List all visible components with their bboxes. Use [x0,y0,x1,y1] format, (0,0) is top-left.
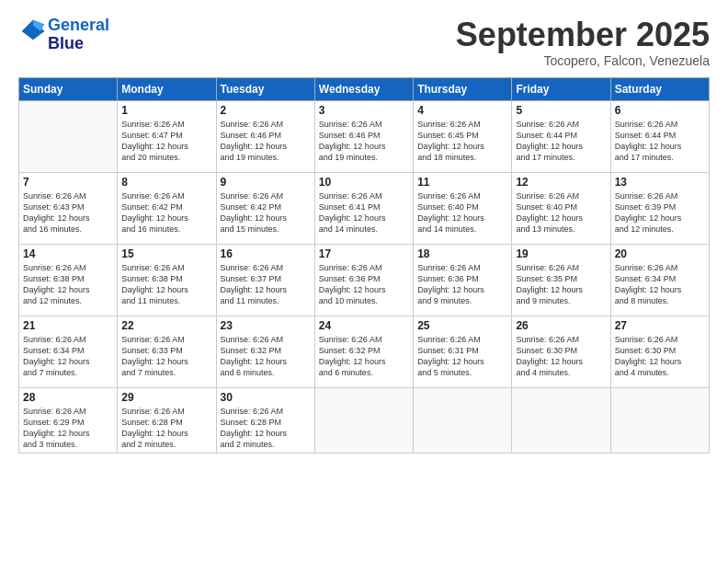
calendar-cell: 9Sunrise: 6:26 AM Sunset: 6:42 PM Daylig… [216,172,314,244]
calendar-cell: 4Sunrise: 6:26 AM Sunset: 6:45 PM Daylig… [414,100,512,172]
day-info: Sunrise: 6:26 AM Sunset: 6:30 PM Dayligh… [516,334,606,379]
calendar-cell: 30Sunrise: 6:26 AM Sunset: 6:28 PM Dayli… [216,387,314,454]
day-info: Sunrise: 6:26 AM Sunset: 6:47 PM Dayligh… [121,119,211,164]
weekday-header-tuesday: Tuesday [216,77,314,100]
calendar-cell: 3Sunrise: 6:26 AM Sunset: 6:46 PM Daylig… [314,100,413,172]
day-number: 1 [121,104,211,117]
calendar-cell: 20Sunrise: 6:26 AM Sunset: 6:34 PM Dayli… [610,244,709,316]
day-number: 5 [516,104,606,117]
logo: General Blue [18,17,109,53]
calendar-cell: 17Sunrise: 6:26 AM Sunset: 6:36 PM Dayli… [314,244,413,316]
calendar-cell [610,387,709,454]
calendar-cell: 22Sunrise: 6:26 AM Sunset: 6:33 PM Dayli… [118,316,216,387]
calendar-cell: 16Sunrise: 6:26 AM Sunset: 6:37 PM Dayli… [216,244,314,316]
calendar-cell: 6Sunrise: 6:26 AM Sunset: 6:44 PM Daylig… [610,100,709,172]
calendar-cell: 14Sunrise: 6:26 AM Sunset: 6:38 PM Dayli… [19,244,118,316]
calendar-cell: 12Sunrise: 6:26 AM Sunset: 6:40 PM Dayli… [512,172,610,244]
day-number: 8 [121,176,211,189]
calendar-cell: 13Sunrise: 6:26 AM Sunset: 6:39 PM Dayli… [610,172,709,244]
day-info: Sunrise: 6:26 AM Sunset: 6:37 PM Dayligh… [221,262,311,307]
day-number: 13 [615,176,705,189]
calendar-cell: 2Sunrise: 6:26 AM Sunset: 6:46 PM Daylig… [216,100,314,172]
day-number: 11 [417,176,507,189]
day-number: 26 [516,319,606,332]
calendar-cell: 18Sunrise: 6:26 AM Sunset: 6:36 PM Dayli… [414,244,512,316]
calendar-cell: 26Sunrise: 6:26 AM Sunset: 6:30 PM Dayli… [512,316,610,387]
day-number: 30 [221,391,311,404]
day-number: 24 [319,319,409,332]
day-info: Sunrise: 6:26 AM Sunset: 6:38 PM Dayligh… [23,262,113,307]
day-info: Sunrise: 6:26 AM Sunset: 6:45 PM Dayligh… [417,119,507,164]
calendar-cell: 11Sunrise: 6:26 AM Sunset: 6:40 PM Dayli… [414,172,512,244]
calendar-cell: 25Sunrise: 6:26 AM Sunset: 6:31 PM Dayli… [414,316,512,387]
day-number: 15 [121,247,211,260]
month-title: September 2025 [456,17,710,53]
day-info: Sunrise: 6:26 AM Sunset: 6:34 PM Dayligh… [23,334,113,379]
calendar-cell [19,100,118,172]
logo-icon [20,18,46,44]
day-number: 6 [615,104,705,117]
day-number: 21 [23,319,113,332]
day-number: 7 [23,176,113,189]
day-number: 9 [221,176,311,189]
day-number: 29 [121,391,211,404]
day-number: 25 [417,319,507,332]
day-number: 20 [615,247,705,260]
logo-general: General [48,17,109,35]
day-number: 27 [615,319,705,332]
day-info: Sunrise: 6:26 AM Sunset: 6:32 PM Dayligh… [221,334,311,379]
day-info: Sunrise: 6:26 AM Sunset: 6:28 PM Dayligh… [221,406,311,451]
calendar-cell: 8Sunrise: 6:26 AM Sunset: 6:42 PM Daylig… [118,172,216,244]
weekday-header-saturday: Saturday [610,77,709,100]
day-info: Sunrise: 6:26 AM Sunset: 6:36 PM Dayligh… [319,262,409,307]
day-number: 23 [221,319,311,332]
calendar-cell: 10Sunrise: 6:26 AM Sunset: 6:41 PM Dayli… [314,172,413,244]
page: General Blue September 2025 Tocopero, Fa… [0,0,728,463]
calendar-cell [414,387,512,454]
day-info: Sunrise: 6:26 AM Sunset: 6:40 PM Dayligh… [516,190,606,236]
weekday-header-monday: Monday [118,77,216,100]
day-info: Sunrise: 6:26 AM Sunset: 6:44 PM Dayligh… [615,119,705,164]
day-number: 2 [221,104,311,117]
day-info: Sunrise: 6:26 AM Sunset: 6:33 PM Dayligh… [121,334,211,379]
calendar-cell: 28Sunrise: 6:26 AM Sunset: 6:29 PM Dayli… [19,387,118,454]
calendar-cell: 15Sunrise: 6:26 AM Sunset: 6:38 PM Dayli… [118,244,216,316]
calendar-cell: 7Sunrise: 6:26 AM Sunset: 6:43 PM Daylig… [19,172,118,244]
day-info: Sunrise: 6:26 AM Sunset: 6:43 PM Dayligh… [23,190,113,236]
day-info: Sunrise: 6:26 AM Sunset: 6:29 PM Dayligh… [23,406,113,451]
calendar-cell [314,387,413,454]
day-info: Sunrise: 6:26 AM Sunset: 6:39 PM Dayligh… [615,190,705,236]
day-info: Sunrise: 6:26 AM Sunset: 6:44 PM Dayligh… [516,119,606,164]
calendar-cell: 21Sunrise: 6:26 AM Sunset: 6:34 PM Dayli… [19,316,118,387]
day-info: Sunrise: 6:26 AM Sunset: 6:46 PM Dayligh… [221,119,311,164]
day-number: 17 [319,247,409,260]
weekday-header-thursday: Thursday [414,77,512,100]
day-info: Sunrise: 6:26 AM Sunset: 6:42 PM Dayligh… [221,190,311,236]
day-number: 19 [516,247,606,260]
day-number: 28 [23,391,113,404]
day-info: Sunrise: 6:26 AM Sunset: 6:31 PM Dayligh… [417,334,507,379]
day-info: Sunrise: 6:26 AM Sunset: 6:30 PM Dayligh… [615,334,705,379]
day-number: 4 [417,104,507,117]
day-number: 16 [221,247,311,260]
weekday-header-friday: Friday [512,77,610,100]
day-info: Sunrise: 6:26 AM Sunset: 6:46 PM Dayligh… [319,119,409,164]
weekday-header-wednesday: Wednesday [314,77,413,100]
day-info: Sunrise: 6:26 AM Sunset: 6:35 PM Dayligh… [516,262,606,307]
day-number: 18 [417,247,507,260]
calendar-cell: 29Sunrise: 6:26 AM Sunset: 6:28 PM Dayli… [118,387,216,454]
day-number: 3 [319,104,409,117]
calendar-table: SundayMondayTuesdayWednesdayThursdayFrid… [18,77,710,454]
calendar-cell: 19Sunrise: 6:26 AM Sunset: 6:35 PM Dayli… [512,244,610,316]
day-info: Sunrise: 6:26 AM Sunset: 6:40 PM Dayligh… [417,190,507,236]
calendar-cell: 5Sunrise: 6:26 AM Sunset: 6:44 PM Daylig… [512,100,610,172]
day-number: 14 [23,247,113,260]
day-info: Sunrise: 6:26 AM Sunset: 6:36 PM Dayligh… [417,262,507,307]
calendar-cell: 24Sunrise: 6:26 AM Sunset: 6:32 PM Dayli… [314,316,413,387]
day-info: Sunrise: 6:26 AM Sunset: 6:41 PM Dayligh… [319,190,409,236]
day-info: Sunrise: 6:26 AM Sunset: 6:32 PM Dayligh… [319,334,409,379]
calendar-cell: 23Sunrise: 6:26 AM Sunset: 6:32 PM Dayli… [216,316,314,387]
day-info: Sunrise: 6:26 AM Sunset: 6:28 PM Dayligh… [121,406,211,451]
day-number: 10 [319,176,409,189]
title-block: September 2025 Tocopero, Falcon, Venezue… [456,17,710,68]
